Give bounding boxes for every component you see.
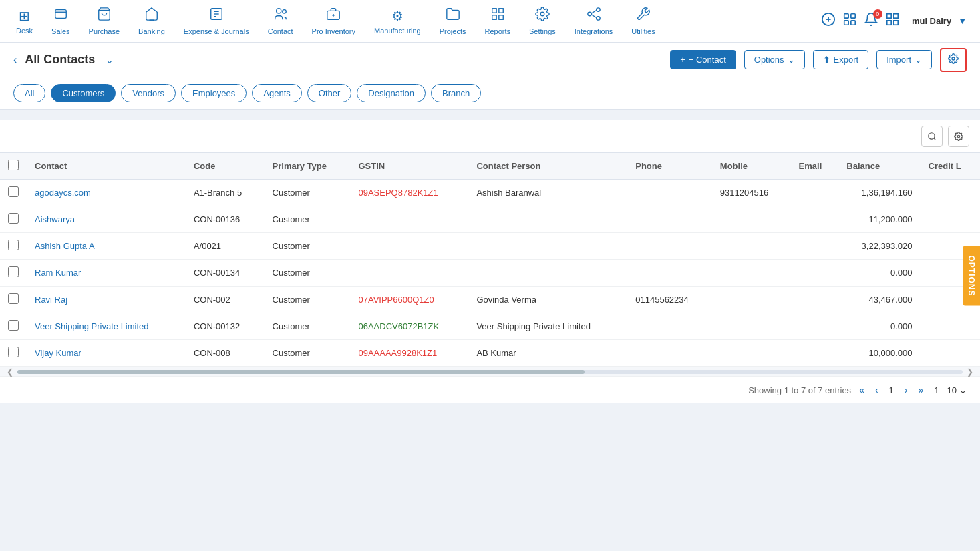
- row-contact[interactable]: Ram Kumar: [27, 260, 186, 287]
- expense-icon: [209, 7, 224, 25]
- filter-other[interactable]: Other: [307, 84, 352, 102]
- filter-employees[interactable]: Employees: [181, 84, 247, 102]
- row-balance: 10,000.000: [838, 340, 920, 367]
- row-checkbox-cell: [0, 206, 27, 233]
- row-checkbox-cell: [0, 313, 27, 340]
- last-page-btn[interactable]: »: [916, 383, 927, 397]
- current-page: 1: [886, 385, 896, 395]
- export-button[interactable]: ⬆ Export: [813, 50, 869, 69]
- col-code: Code: [186, 153, 265, 180]
- filter-agents[interactable]: Agents: [252, 84, 301, 102]
- row-contact[interactable]: Ravi Raj: [27, 287, 186, 313]
- row-primary-type: Customer: [265, 260, 351, 287]
- table-scroll-wrapper[interactable]: Contact Code Primary Type GSTIN Contact …: [0, 152, 980, 367]
- row-checkbox[interactable]: [8, 240, 19, 250]
- svg-point-9: [282, 10, 286, 13]
- filter-vendors[interactable]: Vendors: [121, 84, 176, 102]
- row-email: [791, 313, 839, 340]
- row-checkbox-cell: [0, 287, 27, 313]
- table-row: Veer Shipping Private Limited CON-00132 …: [0, 313, 980, 340]
- top-right-actions: 0 mul Dairy ▼: [821, 12, 973, 30]
- scroll-left-arrow[interactable]: ❮: [7, 367, 13, 377]
- row-contact[interactable]: agodaycs.com: [27, 180, 186, 206]
- contact-icon: [273, 7, 288, 25]
- row-gstin: 09AAAAA9928K1Z1: [350, 340, 468, 367]
- filter-all[interactable]: All: [13, 84, 45, 102]
- main-content: Contact Code Primary Type GSTIN Contact …: [0, 110, 980, 524]
- utilities-icon: [636, 7, 651, 25]
- switch-icon[interactable]: [842, 12, 857, 30]
- manufacturing-icon: ⚙: [391, 8, 403, 24]
- row-checkbox[interactable]: [8, 320, 19, 331]
- title-dropdown[interactable]: ⌄: [106, 55, 114, 65]
- notification-bell[interactable]: 0: [864, 12, 878, 30]
- next-page-btn[interactable]: ›: [902, 383, 911, 397]
- table-container: Contact Code Primary Type GSTIN Contact …: [0, 120, 980, 403]
- svg-rect-13: [492, 9, 496, 13]
- filter-customers[interactable]: Customers: [51, 84, 116, 102]
- row-phone: [627, 340, 712, 367]
- scroll-right-arrow[interactable]: ❯: [967, 367, 973, 377]
- per-page-chevron[interactable]: ⌄: [959, 385, 967, 395]
- filter-designation[interactable]: Designation: [357, 84, 426, 102]
- row-checkbox[interactable]: [8, 266, 19, 277]
- scroll-thumb[interactable]: [17, 370, 585, 374]
- per-page-selector[interactable]: 10 ⌄: [947, 385, 967, 395]
- options-sidebar[interactable]: OPTIONS: [963, 246, 980, 305]
- col-credit-l: Credit L: [921, 153, 980, 180]
- import-button[interactable]: Import ⌄: [876, 50, 932, 69]
- row-contact-person: [468, 260, 627, 287]
- svg-rect-14: [499, 9, 503, 13]
- select-all-checkbox[interactable]: [8, 160, 19, 170]
- row-contact[interactable]: Ashish Gupta A: [27, 233, 186, 260]
- row-checkbox[interactable]: [8, 186, 19, 197]
- add-button[interactable]: [821, 12, 836, 30]
- nav-contact[interactable]: Contact: [259, 0, 303, 43]
- nav-purchase[interactable]: Purchase: [79, 0, 129, 43]
- row-mobile: [712, 287, 791, 313]
- search-table-button[interactable]: [921, 126, 943, 147]
- column-settings-button[interactable]: [948, 126, 969, 147]
- row-balance: 0.000: [838, 260, 920, 287]
- row-gstin: [350, 206, 468, 233]
- nav-utilities[interactable]: Utilities: [622, 0, 664, 43]
- nav-reports[interactable]: Reports: [476, 0, 520, 43]
- row-checkbox[interactable]: [8, 293, 19, 304]
- scroll-track[interactable]: [17, 370, 963, 374]
- row-credit-l: [921, 340, 980, 367]
- svg-rect-16: [492, 15, 496, 19]
- row-contact[interactable]: Aishwarya: [27, 206, 186, 233]
- nav-manufacturing[interactable]: ⚙ Manufacturing: [365, 0, 430, 43]
- nav-pro-inventory[interactable]: Pro Inventory: [303, 0, 365, 43]
- nav-desk[interactable]: ⊞ Desk: [7, 0, 42, 43]
- company-dropdown[interactable]: ▼: [958, 16, 967, 26]
- nav-expense-journals[interactable]: Expense & Journals: [174, 0, 259, 43]
- row-checkbox[interactable]: [8, 213, 19, 224]
- integrations-icon: [587, 7, 601, 25]
- filter-branch[interactable]: Branch: [431, 84, 481, 102]
- row-contact[interactable]: Veer Shipping Private Limited: [27, 313, 186, 340]
- row-checkbox[interactable]: [8, 347, 19, 357]
- bottom-area: [0, 403, 980, 524]
- nav-banking[interactable]: Banking: [129, 0, 174, 43]
- back-button[interactable]: ‹: [13, 54, 17, 66]
- nav-settings[interactable]: Settings: [520, 0, 565, 43]
- svg-point-17: [540, 12, 544, 16]
- row-contact[interactable]: Vijay Kumar: [27, 340, 186, 367]
- svg-line-36: [934, 138, 936, 140]
- first-page-btn[interactable]: «: [856, 383, 867, 397]
- horizontal-scrollbar[interactable]: ❮ ❯: [0, 367, 980, 376]
- row-gstin: 09ASEPQ8782K1Z1: [350, 180, 468, 206]
- grid-menu-icon[interactable]: [885, 12, 900, 30]
- nav-projects[interactable]: Projects: [430, 0, 476, 43]
- row-email: [791, 340, 839, 367]
- col-primary-type: Primary Type: [265, 153, 351, 180]
- prev-page-btn[interactable]: ‹: [872, 383, 881, 397]
- options-button[interactable]: Options ⌄: [744, 50, 805, 69]
- nav-integrations[interactable]: Integrations: [565, 0, 622, 43]
- row-primary-type: Customer: [265, 233, 351, 260]
- table-settings-button[interactable]: [940, 48, 967, 72]
- svg-line-21: [591, 11, 596, 14]
- nav-sales[interactable]: Sales: [42, 0, 79, 43]
- add-contact-button[interactable]: + + Contact: [670, 50, 736, 69]
